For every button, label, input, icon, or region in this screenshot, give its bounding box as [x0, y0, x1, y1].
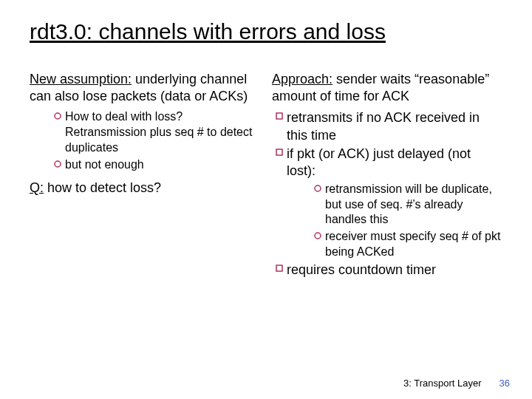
svg-rect-6 [276, 265, 282, 271]
assumption-subpoints: How to deal with loss? Retransmission pl… [30, 109, 260, 172]
list-item-text: if pkt (or ACK) just delayed (not lost): [287, 146, 502, 180]
list-item-text: but not enough [65, 157, 260, 173]
list-item: receiver must specify seq # of pkt being… [310, 229, 502, 260]
svg-point-5 [315, 233, 321, 239]
list-item-text: requires countdown timer [287, 262, 502, 279]
assumption-paragraph: New assumption: underlying channel can a… [30, 71, 260, 106]
circle-bullet-icon [310, 182, 325, 192]
footer-section: 3: Transport Layer [403, 378, 482, 389]
square-bullet-icon [272, 146, 287, 156]
list-item: if pkt (or ACK) just delayed (not lost): [272, 146, 502, 180]
svg-point-0 [55, 113, 61, 119]
list-item: but not enough [50, 157, 260, 173]
assumption-label: New assumption: [30, 72, 132, 86]
approach-subpoints: retransmission will be duplicate, but us… [272, 182, 502, 260]
slide-title: rdt3.0: channels with errors and loss [30, 18, 502, 46]
circle-bullet-icon [50, 157, 65, 168]
list-item-text: retransmission will be duplicate, but us… [325, 182, 502, 228]
square-bullet-icon [272, 262, 287, 272]
footer: 3: Transport Layer 36 [403, 378, 510, 389]
content-columns: New assumption: underlying channel can a… [30, 71, 502, 281]
slide: rdt3.0: channels with errors and loss Ne… [0, 0, 532, 399]
svg-point-4 [315, 185, 321, 191]
left-column: New assumption: underlying channel can a… [30, 71, 260, 281]
square-bullet-icon [272, 109, 287, 120]
list-item: retransmits if no ACK received in this t… [272, 109, 502, 144]
question-line: Q: how to detect loss? [30, 180, 260, 197]
list-item: retransmission will be duplicate, but us… [310, 182, 502, 228]
list-item: How to deal with loss? Retransmission pl… [50, 109, 260, 155]
page-number: 36 [499, 378, 510, 389]
approach-label: Approach: [272, 72, 332, 86]
svg-rect-2 [276, 113, 282, 119]
question-label: Q: [30, 180, 44, 195]
list-item-text: retransmits if no ACK received in this t… [287, 109, 502, 144]
circle-bullet-icon [310, 229, 325, 239]
svg-rect-3 [276, 149, 282, 155]
list-item-text: receiver must specify seq # of pkt being… [325, 229, 502, 260]
question-body: how to detect loss? [44, 180, 161, 195]
circle-bullet-icon [50, 109, 65, 120]
list-item: requires countdown timer [272, 262, 502, 279]
list-item-text: How to deal with loss? Retransmission pl… [65, 109, 260, 155]
svg-point-1 [55, 161, 61, 167]
approach-paragraph: Approach: sender waits “reasonable” amou… [272, 71, 502, 106]
right-column: Approach: sender waits “reasonable” amou… [272, 71, 502, 281]
